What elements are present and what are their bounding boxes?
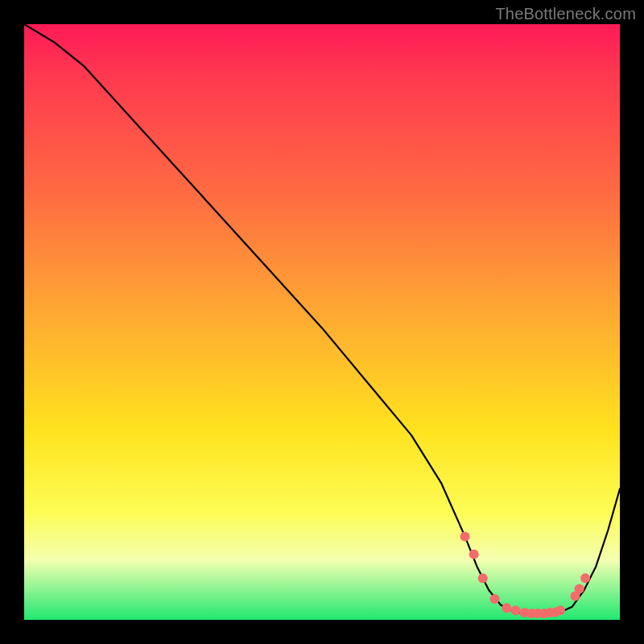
bottleneck-curve [24,24,620,614]
plot-area [24,24,620,620]
highlight-dot [460,531,470,541]
highlight-dots [460,531,591,618]
curve-layer [24,24,620,620]
highlight-dot [469,550,479,559]
highlight-dot [502,603,511,613]
highlight-dot [555,605,565,615]
highlight-dot [580,573,590,583]
highlight-dot [575,584,584,594]
chart-frame: TheBottleneck.com [0,0,644,644]
highlight-dot [490,594,500,604]
highlight-dot [478,573,488,583]
highlight-dot [511,605,521,615]
attribution-label: TheBottleneck.com [495,5,636,23]
